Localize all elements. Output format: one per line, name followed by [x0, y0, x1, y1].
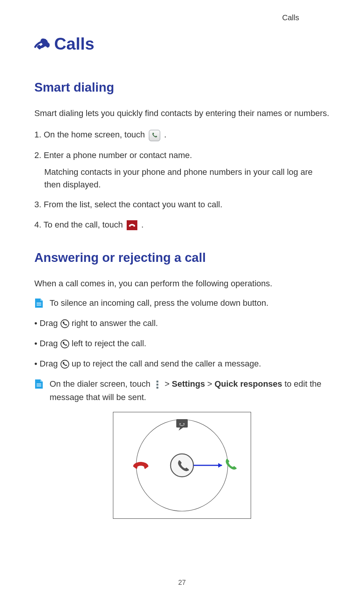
- phone-chapter-icon: [34, 37, 50, 51]
- incoming-call-handle-icon: [60, 319, 69, 328]
- figure-box: [113, 412, 251, 519]
- note-silence-text: To silence an incoming call, press the v…: [50, 296, 330, 310]
- svg-rect-1: [37, 305, 41, 305]
- end-call-icon: [127, 220, 137, 230]
- bullet-reject-msg-post: up to reject the call and send the calle…: [72, 359, 261, 368]
- bullet-answer: Drag right to answer the call.: [34, 316, 330, 330]
- answering-intro: When a call comes in, you can perform th…: [34, 276, 330, 291]
- section-heading-answering: Answering or rejecting a call: [34, 250, 330, 265]
- page-container: Calls Calls Smart dialing Smart dialing …: [0, 0, 364, 602]
- step-2-sub: Matching contacts in your phone and phon…: [44, 166, 330, 191]
- bullet-answer-post: right to answer the call.: [72, 318, 158, 328]
- step-1-text-pre: 1. On the home screen, touch: [34, 130, 147, 139]
- step-2: 2. Enter a phone number or contact name.…: [34, 148, 330, 191]
- qr-bold-quick: Quick responses: [214, 379, 282, 389]
- svg-point-2: [61, 320, 69, 328]
- qr-bold-settings: Settings: [172, 379, 205, 389]
- step-3: 3. From the list, select the contact you…: [34, 198, 330, 211]
- svg-point-9: [179, 423, 180, 424]
- note-doc-icon: [34, 298, 43, 308]
- bullet-reject-post: left to reject the call.: [72, 339, 147, 348]
- bullet-reject-pre: Drag: [40, 339, 60, 348]
- note-doc-icon: [34, 379, 43, 389]
- step-4: 4. To end the call, touch .: [34, 218, 330, 231]
- running-header: Calls: [282, 13, 299, 22]
- qr-gt1: >: [164, 379, 172, 389]
- step-1-text-post: .: [164, 130, 166, 139]
- step-2-main: 2. Enter a phone number or contact name.: [34, 150, 192, 160]
- overflow-menu-icon: [155, 381, 160, 389]
- incoming-call-handle-icon: [60, 339, 69, 349]
- step-4-text-pre: 4. To end the call, touch: [34, 220, 125, 229]
- note-silence: To silence an incoming call, press the v…: [34, 296, 330, 310]
- note-quick-responses-text: On the dialer screen, touch > Settings >…: [50, 377, 330, 404]
- qr-part1: On the dialer screen, touch: [50, 379, 153, 389]
- note-quick-responses: On the dialer screen, touch > Settings >…: [34, 377, 330, 404]
- svg-point-10: [183, 423, 184, 424]
- bullet-reject: Drag left to reject the call.: [34, 337, 330, 350]
- smart-dialing-intro: Smart dialing lets you quickly find cont…: [34, 106, 330, 120]
- figure-incoming-call: [34, 412, 330, 519]
- svg-point-3: [61, 340, 69, 348]
- page-number: 27: [0, 579, 364, 587]
- bullet-reject-msg: Drag up to reject the call and send the …: [34, 357, 330, 370]
- chapter-title-text: Calls: [54, 34, 94, 53]
- svg-rect-0: [37, 303, 41, 303]
- step-4-text-post: .: [141, 220, 143, 229]
- dialer-app-icon: [149, 130, 160, 141]
- step-1: 1. On the home screen, touch .: [34, 128, 330, 141]
- svg-rect-5: [37, 384, 41, 384]
- section-heading-smart-dialing: Smart dialing: [34, 80, 330, 95]
- svg-point-4: [61, 360, 69, 368]
- chapter-heading: Calls: [34, 34, 330, 53]
- svg-rect-8: [176, 419, 188, 428]
- qr-gt2: >: [205, 379, 214, 389]
- bullet-reject-msg-pre: Drag: [40, 359, 60, 368]
- svg-point-11: [171, 454, 193, 477]
- incoming-call-handle-icon: [60, 360, 69, 369]
- bullet-answer-pre: Drag: [40, 318, 60, 328]
- svg-rect-6: [37, 386, 41, 386]
